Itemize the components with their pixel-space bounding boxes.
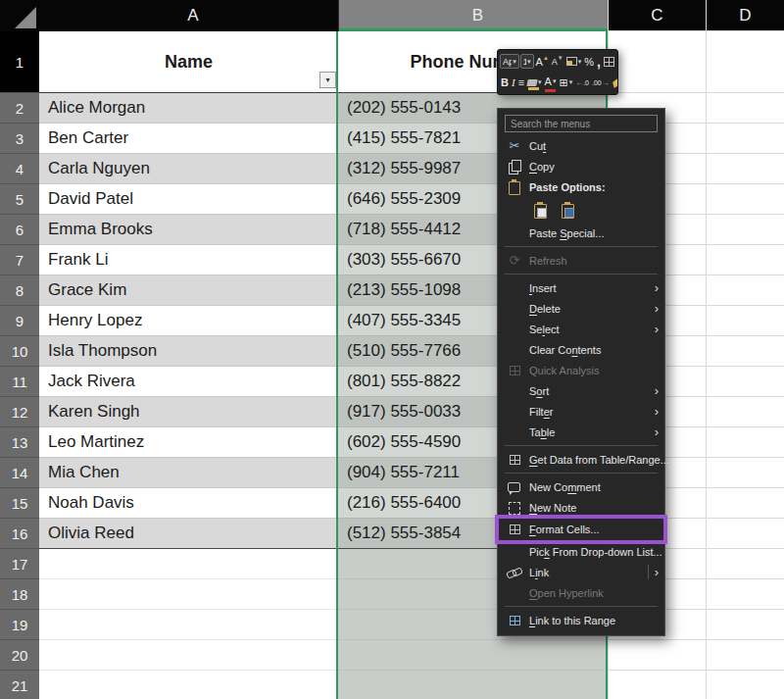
row-header[interactable]: 5 [0, 184, 39, 215]
row-header[interactable]: 17 [0, 549, 39, 579]
cell[interactable] [706, 215, 784, 245]
column-header-a[interactable]: A [39, 0, 338, 31]
cell[interactable] [39, 671, 338, 699]
row-header[interactable]: 8 [0, 275, 39, 306]
row-header[interactable]: 10 [0, 336, 39, 367]
cell[interactable] [706, 671, 784, 699]
menu-item-get-data[interactable]: Get Data from Table/Range... [498, 449, 664, 470]
row-header[interactable]: 11 [0, 367, 39, 397]
alignment-button[interactable]: ≡ [517, 74, 525, 91]
row-header-1[interactable]: 1 [0, 31, 39, 93]
cell[interactable] [706, 427, 784, 458]
cell[interactable] [706, 184, 784, 215]
cell-selected[interactable] [338, 671, 608, 699]
name-cell[interactable]: Olivia Reed [39, 519, 338, 549]
row-header[interactable]: 20 [0, 640, 39, 671]
cell[interactable] [608, 31, 706, 93]
cell[interactable] [706, 488, 784, 519]
increase-font-size-button[interactable]: A▲ [535, 53, 550, 71]
font-name-select[interactable]: Aptos Nar ▾ [500, 54, 519, 69]
name-cell[interactable]: Henry Lopez [39, 306, 338, 336]
paste-keep-formatting-button[interactable] [533, 202, 549, 218]
menu-item-format-cells[interactable]: Format Cells... [498, 518, 664, 541]
cell[interactable] [39, 579, 338, 610]
cell[interactable] [706, 154, 784, 184]
name-cell[interactable]: Carla Nguyen [39, 154, 338, 184]
name-cell[interactable]: Leo Martinez [39, 427, 338, 458]
row-header[interactable]: 2 [0, 93, 39, 124]
cell[interactable] [706, 93, 784, 124]
cell[interactable] [706, 610, 784, 640]
menu-item-cut[interactable]: ✂ Cut [498, 135, 664, 156]
comma-style-button[interactable]: , [596, 53, 602, 71]
cell-selected[interactable] [338, 640, 608, 671]
name-cell[interactable]: Karen Singh [39, 397, 338, 427]
row-header[interactable]: 21 [0, 671, 39, 699]
select-all-button[interactable] [0, 0, 39, 31]
cell[interactable] [706, 336, 784, 367]
menu-item-new-note[interactable]: New Note [498, 497, 664, 518]
menu-item-copy[interactable]: Copy [498, 156, 664, 176]
row-header[interactable]: 19 [0, 610, 39, 640]
format-as-table-button[interactable] [603, 53, 615, 71]
increase-decimal-button[interactable]: ←.0 [574, 74, 590, 91]
column-header-d[interactable]: D [706, 0, 784, 31]
menu-item-link[interactable]: Link › [498, 562, 664, 582]
number-format-button[interactable]: ▾ [565, 53, 583, 71]
menu-item-pick-from-list[interactable]: Pick From Drop-down List... [498, 541, 664, 562]
row-header[interactable]: 6 [0, 215, 39, 245]
menu-item-delete[interactable]: Delete › [498, 298, 664, 319]
cell[interactable] [706, 275, 784, 306]
name-cell[interactable]: Alice Morgan [39, 93, 338, 124]
row-header[interactable]: 13 [0, 427, 39, 458]
cell[interactable] [706, 458, 784, 488]
row-header[interactable]: 18 [0, 579, 39, 610]
cell[interactable] [706, 397, 784, 427]
column-header-c[interactable]: C [608, 0, 706, 31]
paste-values-button[interactable] [561, 202, 576, 218]
italic-button[interactable]: I [511, 74, 516, 91]
search-input[interactable] [505, 115, 658, 132]
cell[interactable] [608, 671, 706, 699]
cell[interactable] [39, 549, 338, 579]
font-size-select[interactable]: 11 ▾ [520, 54, 534, 69]
cell[interactable] [706, 640, 784, 671]
cell[interactable] [608, 640, 706, 671]
cell[interactable] [39, 640, 338, 671]
font-color-button[interactable]: A ▾ [544, 73, 558, 93]
menu-item-select[interactable]: Select › [498, 319, 664, 339]
name-cell[interactable]: Emma Brooks [39, 215, 338, 245]
row-header[interactable]: 3 [0, 124, 39, 154]
fill-color-button[interactable]: ▾ [526, 74, 543, 91]
menu-item-insert[interactable]: Insert › [498, 277, 664, 298]
format-painter-button[interactable] [612, 74, 618, 91]
cell[interactable] [706, 124, 784, 154]
cell[interactable] [706, 306, 784, 336]
cell[interactable] [706, 549, 784, 579]
name-cell[interactable]: David Patel [39, 184, 338, 215]
menu-item-link-to-range[interactable]: Link to this Range [498, 610, 664, 630]
cell[interactable] [706, 579, 784, 610]
name-cell[interactable]: Noah Davis [39, 488, 338, 519]
decrease-font-size-button[interactable]: A▼ [551, 53, 564, 71]
cell[interactable] [39, 610, 338, 640]
row-header[interactable]: 9 [0, 306, 39, 336]
percent-style-button[interactable]: % [583, 53, 595, 71]
menu-item-paste-special[interactable]: Paste Special... [498, 223, 664, 243]
name-cell[interactable]: Mia Chen [39, 458, 338, 488]
column-header-b-selected[interactable]: B [338, 0, 608, 31]
borders-button[interactable]: ⊞ ▾ [558, 74, 573, 91]
name-cell[interactable]: Isla Thompson [39, 336, 338, 367]
filter-dropdown-button[interactable]: ▾ [319, 72, 336, 88]
menu-item-table[interactable]: Table › [498, 422, 664, 442]
cell[interactable] [706, 245, 784, 275]
row-header[interactable]: 14 [0, 458, 39, 488]
name-cell[interactable]: Frank Li [39, 245, 338, 275]
menu-item-filter[interactable]: Filter › [498, 401, 664, 422]
row-header[interactable]: 16 [0, 519, 39, 549]
name-cell[interactable]: Ben Carter [39, 124, 338, 154]
name-cell[interactable]: Grace Kim [39, 275, 338, 306]
menu-item-sort[interactable]: Sort › [498, 380, 664, 401]
cell[interactable] [706, 31, 784, 93]
name-header-cell[interactable]: Name ▾ [39, 31, 338, 93]
